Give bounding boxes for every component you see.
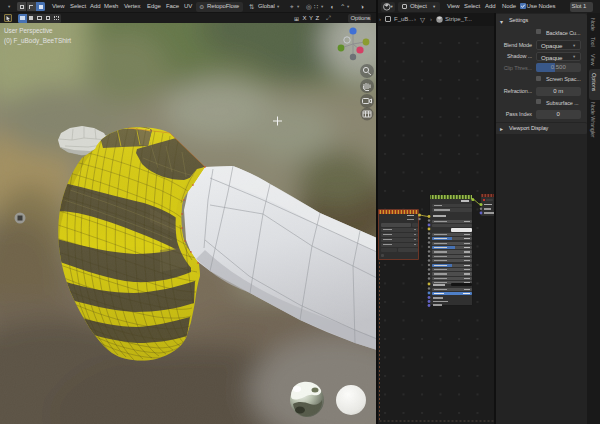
svg-text:User Perspective: User Perspective [4, 27, 53, 35]
svg-text:(0) F_uBody_BeeTShirt: (0) F_uBody_BeeTShirt [4, 37, 71, 45]
